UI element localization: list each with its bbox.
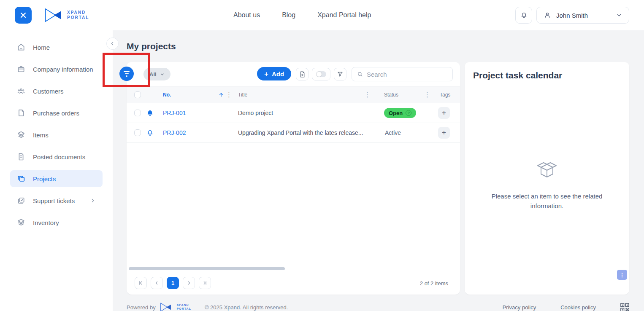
search-field: [352, 67, 453, 81]
sidebar-item-support-tickets[interactable]: Support tickets: [10, 190, 103, 212]
chevron-down-icon: [616, 12, 622, 18]
purchase-order-icon: [17, 109, 25, 117]
project-title: Demo project: [238, 110, 380, 116]
powered-by-label: Powered by: [127, 304, 156, 311]
user-icon: [544, 11, 551, 19]
column-filter-button[interactable]: [334, 68, 346, 80]
column-menu-icon[interactable]: ⋮: [363, 91, 372, 99]
plus-icon: +: [264, 70, 268, 78]
add-tag-button[interactable]: +: [438, 107, 450, 119]
view-toggle-button[interactable]: [312, 68, 330, 80]
horizontal-scrollbar[interactable]: [129, 267, 285, 270]
status-label: Active: [380, 129, 435, 136]
column-menu-icon[interactable]: ⋮: [422, 91, 432, 99]
page-number-button[interactable]: 1: [167, 277, 179, 289]
funnel-icon: [337, 71, 344, 78]
sort-ascending-icon[interactable]: [218, 92, 224, 98]
sidebar: Home Company information Customers Purch…: [0, 30, 113, 311]
sidebar-item-label: Customers: [33, 88, 64, 95]
table-row[interactable]: PRJ-001 Demo project Open ? +: [127, 103, 460, 123]
brand-logo[interactable]: XPANDPORTAL: [44, 8, 89, 23]
xpand-logo-icon: [160, 302, 173, 311]
sidebar-item-posted-documents[interactable]: Posted documents: [10, 146, 103, 168]
view-filter-dropdown[interactable]: All: [143, 68, 170, 80]
home-icon: [17, 43, 25, 51]
select-all-checkbox[interactable]: [134, 91, 141, 98]
table-header-row: No. ⋮ Title ⋮ Status ⋮ Tags: [127, 86, 460, 103]
page-footer: Powered by XPANDPORTAL © 2025 Xpand. All…: [127, 298, 629, 311]
add-button[interactable]: + Add: [257, 67, 291, 80]
column-header-title[interactable]: Title: [238, 92, 247, 98]
brand-name: XPANDPORTAL: [177, 303, 191, 311]
view-filter-label: All: [149, 71, 157, 78]
close-menu-button[interactable]: [15, 7, 32, 24]
row-checkbox[interactable]: [134, 110, 141, 116]
quick-filter-button[interactable]: [119, 67, 134, 81]
column-header-status[interactable]: Status: [384, 92, 398, 98]
bell-outline-icon: [146, 129, 163, 137]
customers-icon: [17, 87, 25, 95]
status-badge[interactable]: Open ?: [384, 108, 416, 118]
empty-state-message: Please select an item to see the related…: [477, 191, 617, 211]
sidebar-item-home[interactable]: Home: [10, 36, 103, 58]
first-page-button[interactable]: [135, 277, 147, 289]
pagination: 1: [135, 277, 211, 289]
main-content: My projects All: [113, 30, 644, 311]
next-page-button[interactable]: [183, 277, 195, 289]
column-menu-icon[interactable]: ⋮: [224, 91, 234, 99]
last-page-button[interactable]: [199, 277, 211, 289]
chevron-down-icon: [160, 72, 165, 77]
nav-blog[interactable]: Blog: [282, 11, 295, 19]
user-menu-button[interactable]: John Smith: [536, 7, 629, 24]
projects-list-card: All + Add: [127, 62, 460, 295]
column-header-no[interactable]: No.: [163, 92, 171, 98]
status-label: Open: [389, 110, 403, 116]
previous-page-button[interactable]: [151, 277, 163, 289]
sidebar-item-company-information[interactable]: Company information: [10, 58, 103, 80]
support-ticket-icon: [17, 196, 25, 205]
sidebar-item-inventory[interactable]: Inventory: [10, 212, 103, 233]
qr-code-icon[interactable]: [620, 303, 629, 311]
sidebar-item-label: Support tickets: [33, 197, 75, 204]
toggle-off-icon: [316, 71, 326, 77]
table-row[interactable]: PRJ-002 Upgrading Xpand Portal with the …: [127, 123, 460, 143]
add-button-label: Add: [272, 70, 284, 78]
sidebar-item-purchase-orders[interactable]: Purchase orders: [10, 102, 103, 124]
search-icon: [357, 71, 363, 78]
nav-portal-help[interactable]: Xpand Portal help: [317, 11, 371, 19]
sidebar-collapse-button[interactable]: [106, 38, 119, 50]
empty-state: Please select an item to see the related…: [465, 161, 629, 211]
sidebar-item-label: Company information: [33, 66, 93, 73]
project-no-link[interactable]: PRJ-002: [163, 129, 238, 136]
sidebar-item-label: Items: [33, 131, 49, 139]
top-navigation: About us Blog Xpand Portal help: [89, 11, 515, 19]
top-header: XPANDPORTAL About us Blog Xpand Portal h…: [0, 0, 644, 30]
bell-filled-icon: [146, 109, 163, 117]
cookies-policy-link[interactable]: Cookies policy: [560, 304, 596, 311]
sidebar-item-label: Home: [33, 44, 50, 51]
sidebar-item-projects[interactable]: Projects: [10, 170, 103, 187]
search-input[interactable]: [367, 71, 451, 78]
close-icon: [20, 12, 27, 19]
sidebar-item-items[interactable]: Items: [10, 124, 103, 146]
panel-menu-button[interactable]: ⋮: [617, 270, 627, 280]
project-title: Upgrading Xpand Portal with the lates re…: [238, 129, 380, 136]
user-name: John Smith: [556, 12, 588, 19]
row-checkbox[interactable]: [134, 129, 141, 136]
briefcase-icon: [17, 65, 25, 73]
nav-about-us[interactable]: About us: [233, 11, 260, 19]
posted-document-icon: [17, 153, 25, 161]
sidebar-item-customers[interactable]: Customers: [10, 80, 103, 102]
page-title: My projects: [127, 41, 176, 51]
chevron-left-icon: [110, 41, 115, 46]
privacy-policy-link[interactable]: Privacy policy: [503, 304, 536, 311]
xpand-logo-icon: [44, 8, 64, 23]
notifications-button[interactable]: [515, 7, 532, 24]
bell-icon: [520, 11, 528, 19]
export-excel-button[interactable]: [296, 68, 308, 80]
list-toolbar: All + Add: [127, 62, 460, 86]
add-tag-button[interactable]: +: [438, 127, 450, 139]
project-no-link[interactable]: PRJ-001: [163, 110, 238, 116]
project-task-calendar-panel: Project task calendar Please select an i…: [465, 62, 629, 295]
column-header-tags[interactable]: Tags: [435, 92, 458, 98]
